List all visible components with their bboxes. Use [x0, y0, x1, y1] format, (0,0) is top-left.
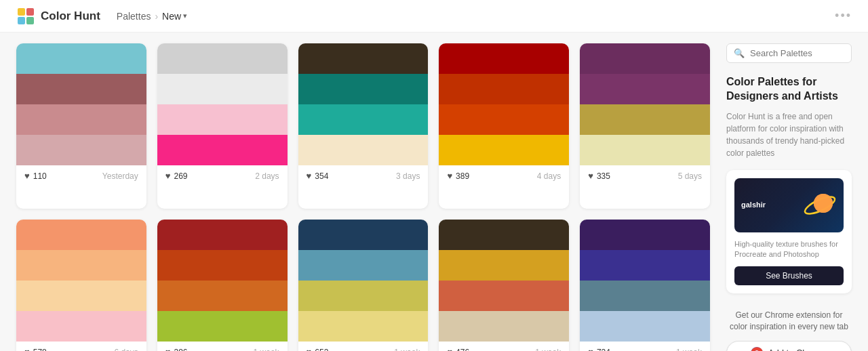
palette-time: 2 days: [255, 171, 279, 181]
color-swatch: [580, 43, 710, 74]
sidebar: 🔍 Color Palettes for Designers and Artis…: [726, 43, 852, 351]
palette-time: 1 week: [535, 348, 561, 351]
color-swatch: [157, 104, 288, 135]
color-swatch: [157, 311, 288, 342]
main-header: Color Hunt Palettes › New ▾ •••: [0, 0, 868, 33]
palette-time: 1 week: [254, 348, 279, 351]
heart-icon: ♥: [165, 171, 171, 181]
color-swatch: [157, 281, 288, 311]
palette-footer: ♥ 110 Yesterday: [16, 165, 146, 186]
chrome-logo-icon: [751, 347, 763, 351]
ad-banner: galshir: [734, 178, 844, 232]
ad-subtitle: High-quality texture brushes for Procrea…: [734, 239, 844, 260]
color-swatch: [298, 220, 429, 250]
palette-card[interactable]: ♥ 110 Yesterday: [16, 43, 146, 209]
heart-icon: ♥: [447, 171, 452, 181]
palette-likes[interactable]: ♥ 269: [165, 171, 188, 181]
nav-current[interactable]: New ▾: [162, 11, 187, 22]
palette-likes[interactable]: ♥ 578: [24, 347, 47, 351]
likes-count: 389: [456, 171, 469, 181]
likes-count: 335: [597, 171, 610, 181]
palettes-grid: ♥ 110 Yesterday ♥ 269 2 days ♥ 354 3 day…: [16, 43, 710, 351]
color-swatch: [298, 135, 429, 165]
main-layout: ♥ 110 Yesterday ♥ 269 2 days ♥ 354 3 day…: [0, 33, 868, 351]
palette-time: 5 days: [678, 171, 702, 181]
see-brushes-button[interactable]: See Brushes: [734, 266, 844, 285]
heart-icon: ♥: [307, 347, 312, 351]
palette-colors: [580, 43, 710, 165]
palette-card[interactable]: ♥ 335 5 days: [580, 43, 710, 209]
likes-count: 269: [174, 171, 188, 181]
color-swatch: [157, 135, 288, 165]
svg-rect-3: [18, 17, 25, 24]
color-swatch: [157, 250, 288, 281]
heart-icon: ♥: [24, 171, 30, 181]
likes-count: 476: [456, 348, 469, 351]
palette-colors: [16, 43, 146, 165]
palette-card[interactable]: ♥ 724 1 week: [580, 220, 710, 351]
header-menu-dots[interactable]: •••: [835, 9, 852, 23]
logo-area[interactable]: Color Hunt: [16, 7, 100, 26]
color-swatch: [439, 250, 569, 281]
palette-colors: [580, 220, 710, 342]
svg-rect-4: [26, 17, 34, 24]
palette-card[interactable]: ♥ 652 1 week: [298, 220, 429, 351]
heart-icon: ♥: [447, 347, 452, 351]
color-swatch: [157, 74, 288, 104]
heart-icon: ♥: [165, 347, 171, 351]
planet-icon: [803, 188, 837, 222]
heart-icon: ♥: [24, 347, 30, 351]
color-swatch: [298, 311, 429, 342]
palette-footer: ♥ 389 4 days: [439, 165, 569, 186]
search-input[interactable]: [750, 48, 844, 58]
palette-card[interactable]: ♥ 386 1 week: [157, 220, 288, 351]
search-box[interactable]: 🔍: [726, 43, 852, 63]
palette-likes[interactable]: ♥ 476: [447, 347, 469, 351]
palette-likes[interactable]: ♥ 386: [165, 347, 188, 351]
color-swatch: [298, 43, 429, 74]
color-swatch: [16, 220, 146, 250]
palette-likes[interactable]: ♥ 724: [588, 347, 610, 351]
palette-likes[interactable]: ♥ 335: [588, 171, 610, 181]
color-swatch: [580, 104, 710, 135]
palette-likes[interactable]: ♥ 652: [307, 347, 329, 351]
palette-colors: [157, 43, 288, 165]
logo-icon: [16, 7, 35, 26]
color-swatch: [580, 281, 710, 311]
color-swatch: [580, 311, 710, 342]
sidebar-heading: Color Palettes for Designers and Artists: [726, 75, 852, 104]
palette-likes[interactable]: ♥ 354: [307, 171, 329, 181]
palette-card[interactable]: ♥ 354 3 days: [298, 43, 429, 209]
likes-count: 354: [315, 171, 328, 181]
likes-count: 386: [174, 348, 188, 351]
palette-time: 3 days: [396, 171, 420, 181]
svg-rect-1: [18, 8, 25, 16]
palette-colors: [439, 220, 569, 342]
palette-time: 4 days: [537, 171, 561, 181]
color-swatch: [16, 135, 146, 165]
palette-footer: ♥ 578 6 days: [16, 342, 146, 351]
color-swatch: [16, 281, 146, 311]
palette-card[interactable]: ♥ 476 1 week: [439, 220, 569, 351]
ad-banner-title: galshir: [741, 200, 766, 210]
palette-time: 1 week: [676, 348, 702, 351]
nav-palettes[interactable]: Palettes: [117, 11, 151, 22]
color-swatch: [439, 43, 569, 74]
add-to-chrome-button[interactable]: Add to Chrome: [726, 341, 852, 351]
color-swatch: [298, 104, 429, 135]
palette-card[interactable]: ♥ 578 6 days: [16, 220, 146, 351]
palette-time: Yesterday: [102, 171, 138, 181]
palette-card[interactable]: ♥ 269 2 days: [157, 43, 288, 209]
palette-likes[interactable]: ♥ 389: [447, 171, 469, 181]
color-swatch: [157, 43, 288, 74]
palette-likes[interactable]: ♥ 110: [24, 171, 47, 181]
palette-colors: [16, 220, 146, 342]
color-swatch: [16, 311, 146, 342]
palette-colors: [298, 43, 429, 165]
color-swatch: [439, 135, 569, 165]
palette-card[interactable]: ♥ 389 4 days: [439, 43, 569, 209]
color-swatch: [439, 281, 569, 311]
palette-footer: ♥ 386 1 week: [157, 342, 288, 351]
chrome-description: Get our Chrome extension for color inspi…: [726, 310, 852, 333]
color-swatch: [580, 220, 710, 250]
